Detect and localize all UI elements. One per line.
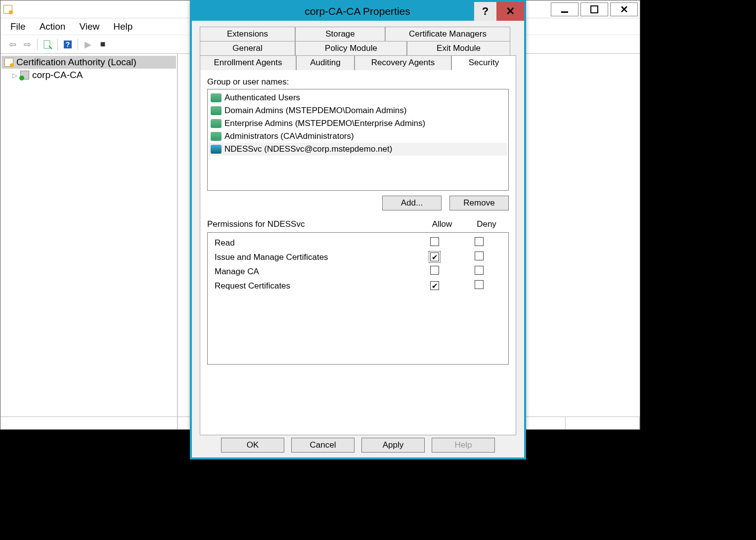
tree-child-label: corp-CA-CA — [32, 70, 83, 81]
group-name: Domain Admins (MSTEPDEMO\Domain Admins) — [224, 106, 406, 116]
tab-extensions[interactable]: Extensions — [200, 27, 295, 41]
dialog-close-button[interactable]: ✕ — [496, 2, 524, 21]
svg-text:?: ? — [66, 41, 70, 48]
expand-icon[interactable]: ▷ — [12, 72, 17, 79]
tab-recovery-agents[interactable]: Recovery Agents — [355, 55, 451, 70]
play-icon[interactable]: ▶ — [81, 38, 95, 51]
forward-button[interactable]: ⇨ — [20, 38, 34, 51]
permission-row: Manage CA — [211, 264, 505, 279]
user-icon — [211, 145, 222, 154]
group-row[interactable]: Domain Admins (MSTEPDEMO\Domain Admins) — [209, 104, 507, 117]
dialog-titlebar[interactable]: corp-CA-CA Properties ? ✕ — [192, 2, 524, 21]
group-listbox[interactable]: Authenticated UsersDomain Admins (MSTEPD… — [207, 89, 509, 191]
tree-child[interactable]: ▷ corp-CA-CA — [1, 69, 176, 82]
app-icon — [3, 5, 12, 14]
tab-enrollment-agents[interactable]: Enrollment Agents — [200, 55, 296, 70]
menu-action[interactable]: Action — [40, 21, 66, 32]
deny-header: Deny — [464, 219, 509, 229]
tree-root-label: Certification Authority (Local) — [16, 57, 136, 68]
tab-security[interactable]: Security — [451, 55, 516, 70]
svg-rect-2 — [44, 41, 50, 48]
menu-view[interactable]: View — [79, 21, 99, 32]
deny-checkbox[interactable] — [475, 266, 484, 275]
group-row[interactable]: Authenticated Users — [209, 91, 507, 104]
ca-root-icon — [4, 58, 13, 67]
allow-checkbox[interactable]: ✔ — [430, 252, 439, 261]
apply-button[interactable]: Apply — [361, 438, 425, 453]
cancel-button[interactable]: Cancel — [291, 438, 355, 453]
permission-name: Request Certificates — [215, 281, 412, 291]
dialog-footer: OK Cancel Apply Help — [192, 438, 524, 453]
allow-checkbox[interactable]: ✔ — [430, 281, 439, 290]
group-icon — [211, 119, 222, 128]
allow-checkbox[interactable] — [430, 266, 439, 275]
add-button[interactable]: Add... — [382, 196, 442, 210]
deny-checkbox[interactable] — [475, 251, 484, 260]
tab-exit-module[interactable]: Exit Module — [407, 41, 510, 55]
properties-icon[interactable] — [41, 38, 54, 51]
ca-server-icon — [20, 71, 29, 80]
permission-row: Request Certificates✔ — [211, 279, 505, 293]
tab-control: ExtensionsStorageCertificate Managers Ge… — [200, 27, 516, 435]
tree-pane: Certification Authority (Local) ▷ corp-C… — [0, 54, 178, 429]
group-icon — [211, 106, 222, 115]
group-icon — [211, 93, 222, 102]
deny-checkbox[interactable] — [475, 280, 484, 289]
allow-checkbox[interactable] — [430, 237, 439, 246]
permission-name: Manage CA — [215, 267, 412, 277]
allow-header: Allow — [420, 219, 464, 229]
group-name: Enterprise Admins (MSTEPDEMO\Enterprise … — [224, 119, 425, 128]
permission-name: Read — [215, 238, 412, 248]
tab-certificate-managers[interactable]: Certificate Managers — [385, 27, 510, 41]
tree-root[interactable]: Certification Authority (Local) — [1, 56, 176, 69]
group-name: NDESSvc (NDESSvc@corp.mstepdemo.net) — [224, 144, 392, 154]
stop-icon[interactable]: ■ — [96, 38, 110, 51]
permission-name: Issue and Manage Certificates — [215, 252, 412, 262]
tab-policy-module[interactable]: Policy Module — [295, 41, 407, 55]
group-name: Administrators (CA\Administrators) — [224, 131, 354, 141]
group-row[interactable]: Administrators (CA\Administrators) — [209, 130, 507, 143]
deny-checkbox[interactable] — [475, 237, 484, 246]
dialog-help-button[interactable]: ? — [474, 2, 496, 21]
tab-general[interactable]: General — [200, 41, 295, 55]
tab-auditing[interactable]: Auditing — [296, 55, 355, 70]
minimize-button[interactable] — [551, 2, 578, 16]
group-row[interactable]: Enterprise Admins (MSTEPDEMO\Enterprise … — [209, 117, 507, 130]
maximize-button[interactable] — [580, 2, 608, 16]
help-icon[interactable]: ? — [61, 38, 75, 51]
ok-button[interactable]: OK — [221, 438, 284, 453]
group-row[interactable]: NDESSvc (NDESSvc@corp.mstepdemo.net) — [209, 143, 507, 156]
svg-rect-1 — [591, 6, 598, 13]
security-tab-panel: Group or user names: Authenticated Users… — [200, 70, 516, 435]
remove-button[interactable]: Remove — [449, 196, 509, 210]
svg-rect-0 — [561, 11, 568, 13]
perm-header: Permissions for NDESSvc — [207, 219, 420, 229]
properties-dialog: corp-CA-CA Properties ? ✕ ExtensionsStor… — [190, 0, 526, 459]
tab-storage[interactable]: Storage — [295, 27, 385, 41]
group-name: Authenticated Users — [224, 93, 300, 103]
permission-row: Read — [211, 236, 505, 250]
permission-row: Issue and Manage Certificates✔ — [211, 250, 505, 264]
menu-file[interactable]: File — [10, 21, 26, 32]
group-icon — [211, 132, 222, 141]
dialog-title: corp-CA-CA Properties — [192, 5, 474, 17]
back-button[interactable]: ⇦ — [5, 38, 19, 51]
menu-help[interactable]: Help — [113, 21, 133, 32]
group-label: Group or user names: — [207, 77, 509, 87]
help-button[interactable]: Help — [432, 438, 495, 453]
close-button[interactable]: ✕ — [610, 2, 638, 16]
permissions-listbox: ReadIssue and Manage Certificates✔Manage… — [207, 232, 509, 365]
